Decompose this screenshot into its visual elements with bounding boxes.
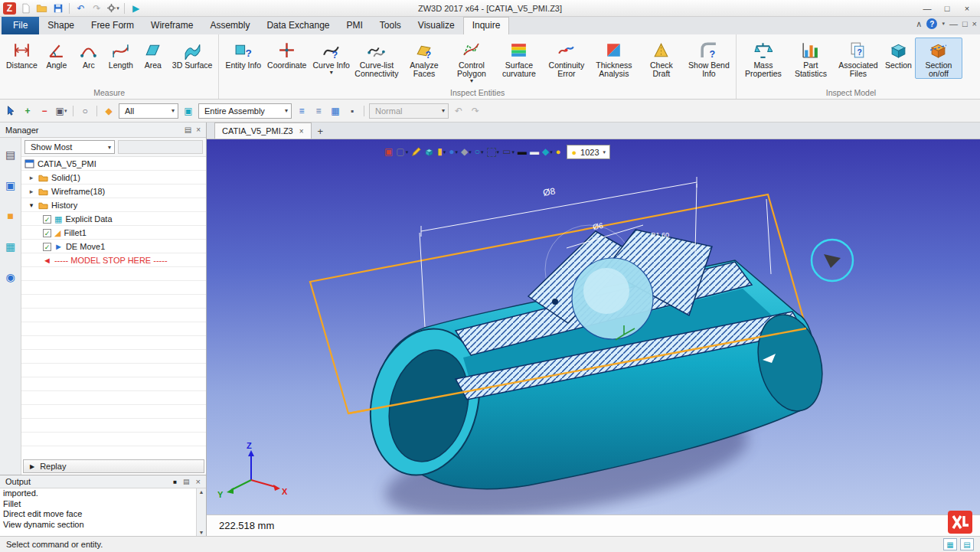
check-draft-button[interactable]: Check Draft	[638, 38, 685, 79]
list-view-2-icon[interactable]: ≡	[312, 104, 325, 118]
filter-select[interactable]: All▾	[119, 103, 178, 119]
display-mode-icon[interactable]: ▢▾	[396, 145, 408, 158]
light-value-combo[interactable]: ● 1023 ▾	[567, 145, 610, 159]
shaded-display-icon[interactable]	[424, 145, 434, 158]
tab-close-icon[interactable]: ×	[299, 127, 304, 136]
open-file-icon[interactable]	[35, 2, 48, 15]
tab-inquire[interactable]: Inquire	[463, 17, 510, 34]
tab-wireframe[interactable]: Wireframe	[142, 17, 201, 34]
sheet-view-icon[interactable]: ▤	[960, 538, 974, 550]
background-dark-icon[interactable]: ▬	[518, 145, 527, 158]
show-bend-info-button[interactable]: ? Show Bend Info	[685, 38, 733, 79]
checkbox-checked-icon[interactable]: ✓	[43, 215, 51, 224]
angle-button[interactable]: Angle	[41, 38, 73, 70]
render-settings-icon[interactable]: ▣	[384, 145, 393, 158]
expander-collapsed-icon[interactable]: ▸	[28, 188, 35, 195]
save-icon[interactable]	[51, 2, 64, 15]
tab-pmi[interactable]: PMI	[338, 17, 371, 34]
tab-file[interactable]: File	[2, 17, 39, 34]
part-browser-icon[interactable]: ■	[7, 210, 13, 222]
model-stop-marker[interactable]: ◄ ----- MODEL STOP HERE -----	[21, 253, 206, 267]
analyze-faces-button[interactable]: ? Analyze Faces	[400, 38, 448, 79]
tree-node-fillet[interactable]: ✓ ◢ Fillet1	[21, 226, 206, 240]
annotation-pencil-icon[interactable]	[411, 145, 421, 158]
snap-icon[interactable]: ▪	[345, 104, 359, 118]
help-dropdown-icon[interactable]: ▾	[942, 21, 945, 27]
output-scrollbar[interactable]: ▲ ▼	[196, 488, 206, 536]
tree-node-explicit-data[interactable]: ✓ ▦ Explicit Data	[21, 212, 206, 226]
redo-icon[interactable]: ↷	[90, 2, 103, 15]
undo-icon[interactable]: ↶	[74, 2, 87, 15]
new-tab-icon[interactable]: +	[318, 126, 324, 139]
control-polygon-button[interactable]: Control Polygon ▾	[448, 38, 495, 84]
filter-funnel-icon[interactable]: ◆	[102, 104, 116, 118]
new-file-icon[interactable]	[19, 2, 32, 15]
pick-add-icon[interactable]: +	[21, 104, 34, 118]
layer-manager-icon[interactable]: ▦	[5, 240, 15, 253]
pick-remove-icon[interactable]: −	[38, 104, 51, 118]
panel-menu-icon[interactable]: ▤	[185, 126, 191, 134]
screen-display-icon[interactable]: ▭▾	[502, 145, 514, 158]
maximize-button[interactable]: □	[937, 2, 957, 15]
curve-info-button[interactable]: ? Curve Info ▾	[309, 38, 352, 76]
length-button[interactable]: Length	[105, 38, 137, 70]
customize-icon[interactable]: ▾	[106, 2, 119, 15]
list-view-icon[interactable]: ≡	[295, 104, 309, 118]
tree-node-wireframe[interactable]: ▸ Wireframe(18)	[21, 185, 206, 198]
filter-aux-box[interactable]	[118, 140, 203, 154]
primitive-display-icon[interactable]: ▮▾	[437, 145, 446, 158]
document-tab[interactable]: CATIA_V5_PMI.Z3 ×	[214, 122, 312, 139]
section-onoff-button[interactable]: Section on/off	[915, 38, 962, 79]
distance-button[interactable]: Distance	[3, 38, 41, 70]
next-view-icon[interactable]: ↷	[469, 104, 482, 118]
arc-button[interactable]: Arc	[73, 38, 105, 70]
close-button[interactable]: ×	[957, 2, 977, 15]
tab-data-exchange[interactable]: Data Exchange	[258, 17, 338, 34]
stop-square-icon[interactable]: ■	[173, 479, 177, 485]
checkbox-checked-icon[interactable]: ✓	[43, 229, 51, 237]
view-manager-icon[interactable]: ◉	[5, 271, 15, 283]
dropdown-arrow-icon[interactable]: ▾	[470, 78, 473, 83]
background-light-icon[interactable]: ▬	[530, 145, 539, 158]
pointer-icon[interactable]	[4, 104, 18, 118]
view-cube-icon[interactable]: ◆▾	[461, 145, 472, 158]
grid-view-icon[interactable]: ▦	[328, 104, 342, 118]
3d-surface-button[interactable]: 3D Surface	[169, 38, 216, 70]
scroll-down-icon[interactable]: ▼	[199, 530, 204, 535]
curve-list-connectivity-button[interactable]: Curve-list Connectivity	[353, 38, 400, 79]
scope-icon[interactable]: ▣	[181, 104, 195, 118]
dropdown-arrow-icon[interactable]: ▾	[330, 70, 333, 75]
assembly-manager-icon[interactable]: ▣	[5, 179, 15, 191]
prev-view-icon[interactable]: ↶	[452, 104, 466, 118]
scroll-up-icon[interactable]: ▲	[199, 489, 204, 495]
doc-minimize-icon[interactable]: —	[949, 19, 958, 28]
panel-close-icon[interactable]: ×	[196, 126, 201, 134]
curvature-display-icon[interactable]: ○▾	[475, 145, 484, 158]
continuity-error-button[interactable]: Continuity Error	[543, 38, 590, 79]
ribbon-collapse-icon[interactable]: ∧	[916, 19, 922, 29]
tree-node-history[interactable]: ▾ History	[21, 198, 206, 212]
show-filter-select[interactable]: Show Most▾	[24, 140, 115, 154]
area-button[interactable]: Area	[137, 38, 169, 70]
doc-close-icon[interactable]: ×	[972, 19, 977, 28]
scope-select[interactable]: Entire Assembly▾	[198, 103, 292, 119]
expander-expanded-icon[interactable]: ▾	[28, 201, 35, 209]
start-icon[interactable]: ▶	[129, 2, 142, 15]
help-icon[interactable]: ?	[926, 18, 937, 29]
tree-node-de-move[interactable]: ✓ ► DE Move1	[21, 240, 206, 253]
manager-tree-icon[interactable]: ▤	[5, 149, 15, 161]
appearance-icon[interactable]: ●▾	[449, 145, 458, 158]
expander-collapsed-icon[interactable]: ▸	[28, 174, 35, 181]
tab-tools[interactable]: Tools	[371, 17, 410, 34]
normal-select[interactable]: Normal▾	[369, 103, 449, 119]
entity-info-button[interactable]: ? Entity Info	[222, 38, 264, 70]
mass-properties-button[interactable]: Mass Properties	[740, 38, 787, 79]
tree-node-solid[interactable]: ▸ Solid(1)	[21, 171, 206, 185]
light-icon[interactable]: ●	[556, 145, 561, 158]
checkbox-checked-icon[interactable]: ✓	[43, 243, 51, 251]
surface-curvature-button[interactable]: Surface curvature	[495, 38, 543, 79]
section-button[interactable]: Section	[882, 38, 915, 70]
lasso-select-icon[interactable]: ○	[78, 104, 92, 118]
doc-restore-icon[interactable]: □	[962, 19, 968, 28]
tab-visualize[interactable]: Visualize	[410, 17, 463, 34]
